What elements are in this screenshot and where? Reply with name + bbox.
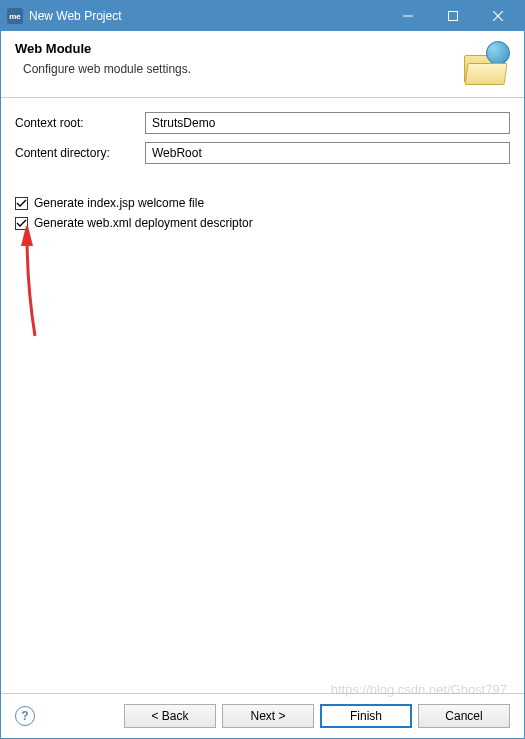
help-button[interactable]: ? bbox=[15, 706, 35, 726]
check-icon bbox=[16, 198, 27, 209]
next-button[interactable]: Next > bbox=[222, 704, 314, 728]
annotation-arrow-icon bbox=[17, 226, 47, 346]
maximize-icon bbox=[448, 11, 458, 21]
wizard-icon bbox=[462, 41, 510, 85]
close-icon bbox=[493, 11, 503, 21]
finish-button[interactable]: Finish bbox=[320, 704, 412, 728]
content-directory-input[interactable] bbox=[145, 142, 510, 164]
generate-index-checkbox[interactable] bbox=[15, 197, 28, 210]
close-button[interactable] bbox=[475, 1, 520, 31]
header-description: Configure web module settings. bbox=[15, 62, 462, 76]
help-icon: ? bbox=[21, 709, 28, 723]
context-root-input[interactable] bbox=[145, 112, 510, 134]
content-directory-label: Content directory: bbox=[15, 146, 145, 160]
dialog-content: Context root: Content directory: Generat… bbox=[1, 98, 524, 693]
back-button[interactable]: < Back bbox=[124, 704, 216, 728]
generate-index-label: Generate index.jsp welcome file bbox=[34, 196, 204, 210]
generate-webxml-row[interactable]: Generate web.xml deployment descriptor bbox=[15, 216, 510, 230]
app-icon: me bbox=[7, 8, 23, 24]
context-root-label: Context root: bbox=[15, 116, 145, 130]
content-directory-row: Content directory: bbox=[15, 142, 510, 164]
header-text: Web Module Configure web module settings… bbox=[15, 41, 462, 76]
generate-webxml-label: Generate web.xml deployment descriptor bbox=[34, 216, 253, 230]
cancel-button[interactable]: Cancel bbox=[418, 704, 510, 728]
svg-rect-1 bbox=[448, 12, 457, 21]
dialog-footer: ? < Back Next > Finish Cancel bbox=[1, 693, 524, 738]
header-title: Web Module bbox=[15, 41, 462, 56]
titlebar: me New Web Project bbox=[1, 1, 524, 31]
window-controls bbox=[385, 1, 520, 31]
checkbox-group: Generate index.jsp welcome file Generate… bbox=[15, 196, 510, 236]
dialog-header: Web Module Configure web module settings… bbox=[1, 31, 524, 98]
dialog-window: me New Web Project Web Module Configure … bbox=[0, 0, 525, 739]
generate-index-row[interactable]: Generate index.jsp welcome file bbox=[15, 196, 510, 210]
maximize-button[interactable] bbox=[430, 1, 475, 31]
minimize-icon bbox=[403, 11, 413, 21]
minimize-button[interactable] bbox=[385, 1, 430, 31]
context-root-row: Context root: bbox=[15, 112, 510, 134]
window-title: New Web Project bbox=[29, 9, 385, 23]
